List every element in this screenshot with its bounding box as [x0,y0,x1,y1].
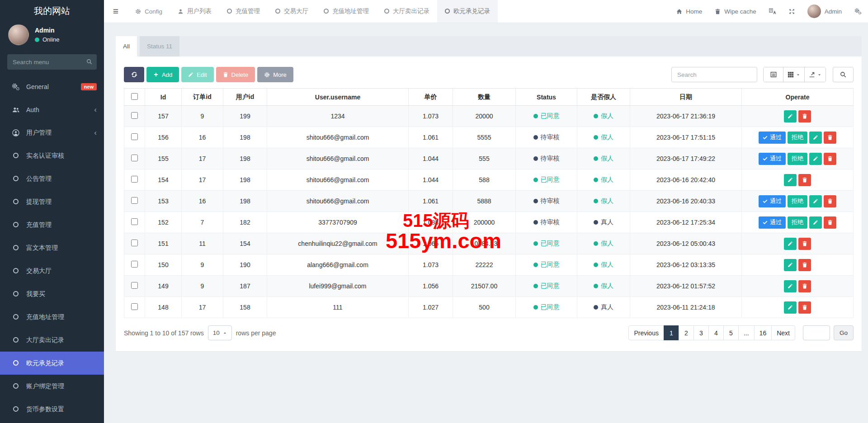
add-button[interactable]: Add [146,67,179,82]
delete-row-button[interactable] [798,259,811,271]
delete-row-button[interactable] [824,216,836,229]
more-button[interactable]: More [257,67,293,82]
approve-button[interactable]: 通过 [759,132,786,144]
row-checkbox[interactable] [131,218,138,225]
home-button[interactable]: Home [670,0,708,23]
delete-row-button[interactable] [798,238,811,250]
tab-euro-exchange-records[interactable]: 欧元承兑记录 [437,0,498,23]
sidebar-item-user-management[interactable]: 用户管理‹ [0,121,104,144]
row-checkbox[interactable] [131,282,138,289]
row-checkbox[interactable] [131,112,138,119]
edit-row-button[interactable] [809,153,822,165]
row-checkbox[interactable] [131,197,138,204]
tab-all[interactable]: All [116,36,137,56]
sidebar-toggle-icon[interactable]: ≡ [104,0,127,23]
page-3[interactable]: 3 [693,325,709,340]
delete-row-button[interactable] [798,280,811,292]
edit-row-button[interactable] [784,174,797,186]
fullscreen-button[interactable] [783,0,801,23]
reject-button[interactable]: 拒绝 [788,132,807,144]
approve-label: 通过 [770,197,782,205]
edit-row-button[interactable] [809,132,822,144]
sidebar-item-euro-exchange-records[interactable]: 欧元承兑记录 [0,352,104,375]
sidebar-item-want-buy[interactable]: 我要买 [0,282,104,306]
row-checkbox[interactable] [131,133,138,140]
sidebar-item-richtext-management[interactable]: 富文本管理 [0,236,104,259]
row-checkbox[interactable] [131,240,138,246]
gear-icon [264,72,270,78]
wipe-cache-button[interactable]: Wipe cache [708,0,763,23]
page-size-dropdown[interactable]: 10 [208,325,232,340]
avatar[interactable] [8,24,29,45]
menu-search-input[interactable] [7,54,97,70]
delete-row-button[interactable] [798,301,811,314]
export-button[interactable] [805,67,826,82]
tab-hall-sell-records[interactable]: 大厅卖出记录 [377,0,437,23]
tab-recharge-management[interactable]: 充值管理 [219,0,268,23]
page-...[interactable]: ... [738,325,755,340]
page-2[interactable]: 2 [679,325,694,340]
page-5[interactable]: 5 [723,325,739,340]
edit-row-button[interactable] [809,216,822,229]
approve-button[interactable]: 通过 [759,216,786,229]
sidebar-item-hall-sell-records[interactable]: 大厅卖出记录 [0,329,104,352]
page-next[interactable]: Next [771,325,795,340]
card-view-button[interactable] [764,67,783,82]
delete-row-button[interactable] [824,195,836,207]
approve-button[interactable]: 通过 [759,195,786,207]
approve-button[interactable]: 通过 [759,153,786,165]
sidebar-item-account-binding[interactable]: 账户绑定管理 [0,375,104,398]
tab-status-11[interactable]: Status 11 [140,36,179,56]
sidebar-item-withdraw-management[interactable]: 提现管理 [0,190,104,213]
edit-button[interactable]: Edit [181,67,213,82]
page-4[interactable]: 4 [708,325,724,340]
tab-user-list[interactable]: 用户列表 [170,0,219,23]
tab-config[interactable]: Config [127,0,170,23]
refresh-button[interactable] [124,67,144,82]
translate-button[interactable] [763,0,783,23]
edit-row-button[interactable] [784,110,797,122]
row-checkbox[interactable] [131,176,138,183]
reject-button[interactable]: 拒绝 [788,153,807,165]
sidebar-item-auth[interactable]: Auth‹ [0,98,104,121]
page-16[interactable]: 16 [754,325,772,340]
search-toggle-button[interactable] [833,67,854,82]
goto-page-input[interactable] [803,325,830,340]
settings-button[interactable] [848,0,868,23]
sidebar-item-currency-params[interactable]: 货币参数设置 [0,398,104,421]
row-checkbox[interactable] [131,303,138,310]
tab-trade-hall[interactable]: 交易大厅 [268,0,316,23]
reject-button[interactable]: 拒绝 [788,195,807,207]
delete-row-button[interactable] [824,132,836,144]
page-1[interactable]: 1 [664,325,679,340]
status-dot-icon [533,305,538,310]
edit-row-button[interactable] [784,301,797,314]
row-checkbox[interactable] [131,155,138,161]
row-checkbox[interactable] [131,261,138,268]
circle-icon [13,337,19,344]
edit-row-button[interactable] [784,280,797,292]
table-search-input[interactable] [671,67,757,82]
delete-row-button[interactable] [824,153,836,165]
sidebar-item-general[interactable]: Generalnew [0,75,104,98]
edit-row-button[interactable] [809,195,822,207]
delete-button[interactable]: Delete [216,67,255,82]
user-status: Online [35,36,60,43]
sidebar-item-announcement-management[interactable]: 公告管理 [0,167,104,190]
admin-menu[interactable]: Admin [801,0,848,23]
sidebar-item-recharge-management[interactable]: 充值管理 [0,213,104,236]
reject-button[interactable]: 拒绝 [788,216,807,229]
sidebar-item-realname-audit[interactable]: 实名认证审核 [0,144,104,167]
edit-row-button[interactable] [784,259,797,271]
delete-row-button[interactable] [798,110,811,122]
select-all-checkbox[interactable] [131,93,138,100]
table-row: 148171581111.027500已同意真人2023-06-11 21:24… [124,297,854,318]
tab-recharge-address[interactable]: 充值地址管理 [316,0,377,23]
page-previous[interactable]: Previous [628,325,664,340]
delete-row-button[interactable] [798,174,811,186]
columns-button[interactable] [783,67,805,82]
edit-row-button[interactable] [784,238,797,250]
sidebar-item-trade-hall[interactable]: 交易大厅 [0,259,104,282]
sidebar-item-recharge-address[interactable]: 充值地址管理 [0,306,104,329]
go-button[interactable]: Go [834,325,854,340]
